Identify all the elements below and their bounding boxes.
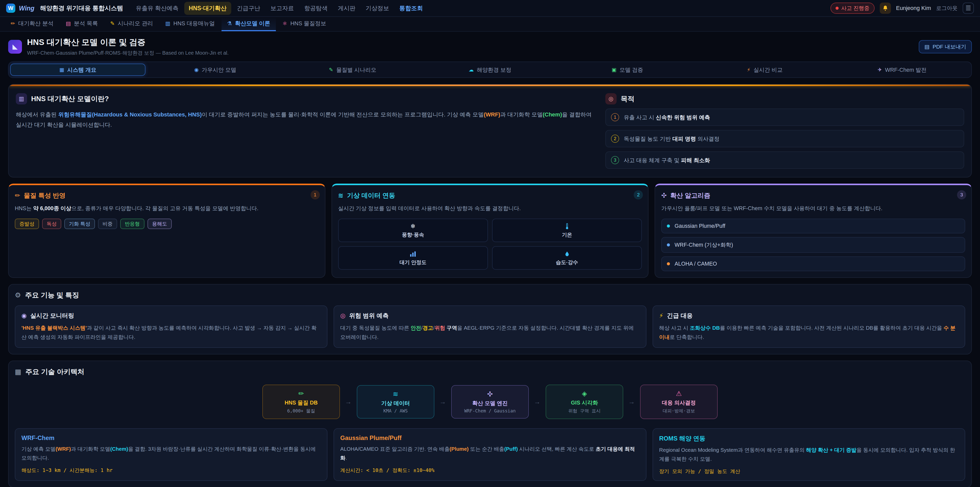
app-logo[interactable]: W Wing 해양환경 위기대응 통합시스템 — [6, 3, 123, 13]
gis-icon: ◈ — [550, 390, 619, 398]
document-icon: ▤ — [924, 44, 929, 50]
incident-label: 사고 진행중 — [841, 5, 870, 12]
hamburger-icon: ☰ — [966, 5, 971, 12]
nav-item-hns-atmospheric-diffusion[interactable]: HNS·대기확산 — [184, 2, 231, 15]
main-content: ▥ HNS 대기확산 모델이란? 해상에서 유출된 위험유해물질(Hazardo… — [0, 84, 980, 487]
droplet-icon — [564, 250, 570, 257]
flask-icon: ⚗ — [227, 21, 232, 27]
gaussian-metrics: 계산시간: < 10초 / 정확도: ±10~40% — [340, 467, 640, 474]
building-icon: ▦ — [15, 368, 21, 376]
purpose-title: 목적 — [620, 94, 635, 104]
flow-weather-data: ≋ 기상 데이터 KMA / AWS — [357, 385, 434, 418]
subnav-label: HNS 물질정보 — [290, 20, 326, 27]
nav-item-board[interactable]: 게시판 — [333, 2, 360, 15]
pencil-icon: ✏ — [267, 390, 335, 398]
tab-gaussian-model[interactable]: ◉ 가우시안 모델 — [148, 64, 283, 76]
bullet-icon — [667, 262, 670, 265]
tag-evaporative[interactable]: 증발성 — [15, 219, 39, 229]
tag-specific-gravity[interactable]: 비중 — [98, 219, 117, 229]
overview-section: ▥ HNS 대기확산 모델이란? 해상에서 유출된 위험유해물질(Hazardo… — [8, 84, 972, 177]
feature-emergency-response: ⚡ 긴급 대응 해상 사고 시 조화상수 DB를 이용한 빠른 예측 기술을 포… — [652, 305, 965, 348]
feature-realtime-monitoring: ◉ 실시간 모니터링 'HNS 유출 블랙박스 시스템'과 같이 사고 즉시 확… — [15, 305, 328, 348]
danger-zone: 위험 — [434, 325, 445, 331]
thermometer-icon — [565, 223, 569, 230]
subnav-hns-response-manual[interactable]: ▥ HNS 대응매뉴얼 — [159, 17, 220, 31]
incident-dot-icon — [835, 6, 838, 10]
tile-humidity: 습도·강수 — [492, 246, 642, 270]
tech-gaussian: Gaussian Plume/Puff ALOHA/CAMEO 표준 알고리즘 … — [334, 428, 646, 481]
arrow-icon: → — [534, 398, 541, 406]
tab-marine-env-correction[interactable]: ☁ 해양환경 보정 — [422, 64, 558, 76]
incident-status-badge[interactable]: 사고 진행중 — [830, 3, 875, 14]
subnav-diffusion-analysis[interactable]: ✏ 대기확산 분석 — [5, 17, 59, 31]
main-nav: 유출유 확산예측 HNS·대기확산 긴급구난 보고자료 항공탐색 게시판 기상정… — [131, 2, 428, 15]
nav-item-emergency-rescue[interactable]: 긴급구난 — [232, 2, 265, 15]
page-header: ◣ HNS 대기확산 모델 이론 및 검증 WRF-Chem·Gaussian … — [0, 32, 980, 61]
hamburger-menu-button[interactable]: ☰ — [963, 3, 974, 14]
algo-card-title: 확산 알고리즘 — [670, 191, 710, 200]
tab-substance-scenarios[interactable]: ✎ 물질별 시나리오 — [285, 64, 420, 76]
nav-item-integrated-search[interactable]: 통합조회 — [395, 2, 428, 15]
flow-diffusion-engine: ✣ 확산 모델 엔진 WRF-Chem / Gaussian — [451, 385, 529, 418]
logout-button[interactable]: 로그아웃 — [936, 5, 958, 12]
number-badge: 2 — [611, 134, 619, 143]
algo-item-gaussian[interactable]: Gaussian Plume/Puff — [661, 219, 965, 233]
subnav-diffusion-model-theory[interactable]: ⚗ 확산모델 이론 — [221, 17, 276, 31]
bolt-icon: ⚡ — [747, 67, 751, 73]
weather-card-description: 실시간 기상 정보를 입력 데이터로 사용하여 확산 방향과 속도를 결정합니다… — [338, 204, 642, 213]
roms-metrics: 장기 모의 가능 / 정밀 농도 계산 — [659, 468, 959, 475]
engine-icon: ✣ — [456, 390, 524, 398]
atom-icon: ⚛ — [283, 21, 287, 27]
subnav-scenario-management[interactable]: ✎ 시나리오 관리 — [105, 17, 159, 31]
tab-label: WRF-Chem 발전 — [885, 66, 927, 73]
subnav-label: 분석 목록 — [74, 20, 98, 27]
card-number-badge: 1 — [310, 190, 320, 200]
subnav-analysis-list[interactable]: ▤ 분석 목록 — [60, 17, 103, 31]
bar-chart-icon — [410, 250, 416, 257]
algo-item-wrf-chem[interactable]: WRF-Chem (기상+화학) — [661, 237, 965, 253]
algo-card-description: 가우시안 플룸/퍼프 모델 또는 WRF-Chem 수치 모델을 사용하여 대기… — [661, 204, 965, 213]
harmonic-db-highlight: 조화상수 DB — [690, 325, 720, 331]
wrf-highlight: (WRF) — [484, 111, 500, 118]
bullet-icon — [667, 243, 670, 246]
grid-icon: ▦ — [59, 67, 64, 73]
architecture-flow: ✏ HNS 물질 DB 6,000+ 물질 → ≋ 기상 데이터 KMA / A… — [15, 385, 965, 419]
bullet-icon — [667, 225, 670, 228]
nav-item-oil-spill-prediction[interactable]: 유출유 확산예측 — [131, 2, 183, 15]
rocket-icon: ✈ — [878, 67, 882, 73]
tile-wind: ❄ 풍향·풍속 — [338, 219, 488, 242]
algo-item-aloha-cameo[interactable]: ALOHA / CAMEO — [661, 256, 965, 271]
purpose-item-1: 1 유출 사고 시 신속한 위험 범위 예측 — [605, 109, 964, 126]
tab-model-validation[interactable]: ▣ 모델 검증 — [560, 64, 695, 76]
key-features-section: ⚙ 주요 기능 및 특징 ◉ 실시간 모니터링 'HNS 유출 블랙박스 시스템… — [8, 284, 972, 354]
tag-solubility[interactable]: 용해도 — [148, 219, 172, 229]
weather-card-title: 기상 데이터 연동 — [347, 191, 395, 200]
pdf-export-button[interactable]: ▤ PDF 내보내기 — [919, 40, 972, 53]
snowflake-icon: ❄ — [410, 223, 415, 230]
monitor-icon: ◉ — [194, 67, 199, 73]
arrow-icon: → — [628, 398, 635, 406]
tag-toxic[interactable]: 독성 — [42, 219, 61, 229]
chart-icon: ✣ — [661, 192, 667, 199]
bolt-icon: ⚡ — [659, 312, 663, 319]
arrow-icon: → — [345, 398, 352, 406]
tab-realtime-comparison[interactable]: ⚡ 실시간 비교 — [697, 64, 832, 76]
notifications-button[interactable] — [880, 3, 891, 14]
card-number-badge: 3 — [957, 190, 966, 200]
diffusion-algorithm-card: 3 ✣ 확산 알고리즘 가우시안 플룸/퍼프 모델 또는 WRF-Chem 수치… — [655, 184, 972, 278]
architecture-section: ▦ 주요 기술 아키텍처 ✏ HNS 물질 DB 6,000+ 물질 → ≋ 기… — [8, 361, 972, 487]
tag-vaporization[interactable]: 기화 특성 — [64, 219, 95, 229]
safe-zone: 안전 — [410, 325, 421, 331]
nav-item-weather-info[interactable]: 기상정보 — [361, 2, 394, 15]
gear-icon: ⚙ — [15, 291, 21, 299]
nav-item-reports[interactable]: 보고자료 — [266, 2, 299, 15]
subnav-hns-substance-info[interactable]: ⚛ HNS 물질정보 — [277, 17, 332, 31]
book-icon: ▥ — [16, 93, 27, 104]
model-definition-title: HNS 대기확산 모델이란? — [31, 94, 109, 104]
nav-item-aerial-search[interactable]: 항공탐색 — [300, 2, 332, 15]
app-logo-text: Wing — [19, 5, 35, 12]
tab-wrf-chem-evolution[interactable]: ✈ WRF-Chem 발전 — [835, 64, 970, 76]
tab-label: 해양환경 보정 — [477, 66, 511, 73]
tab-system-overview[interactable]: ▦ 시스템 개요 — [10, 64, 145, 76]
tag-reactive[interactable]: 반응형 — [120, 219, 145, 229]
